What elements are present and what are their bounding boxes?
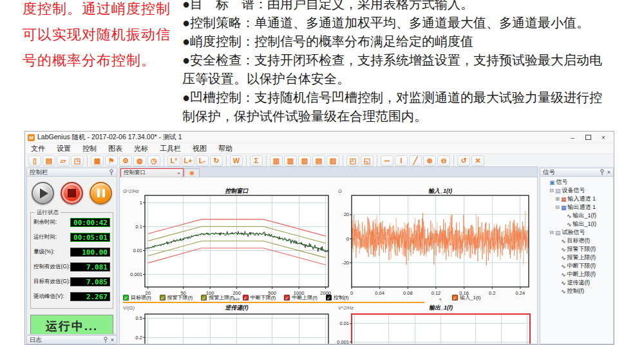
tree-item[interactable]: ⊟▤设备信号 (542, 186, 613, 195)
tab-control-window[interactable]: 控制窗口 × (120, 168, 184, 177)
tab-snapshot[interactable]: ◉ (184, 168, 200, 177)
legend-checkbox-icon[interactable]: ✓ (160, 295, 166, 301)
tree-item[interactable]: ∿中断下限(f) (542, 262, 613, 270)
tree-item[interactable]: ∿报警上限(f) (542, 253, 613, 262)
close-button[interactable]: × (596, 134, 611, 141)
y-axis-label: V^2/Hz (338, 305, 354, 311)
tree-item-label: 输出_1(t) (573, 220, 597, 228)
menu-view[interactable]: 视图 (187, 144, 213, 153)
schedule-clock-button[interactable]: ◷ (147, 155, 160, 166)
tree-item[interactable]: ∿目标谱(f) (542, 237, 613, 245)
chart-list-button[interactable]: ▤ (312, 155, 325, 166)
new-file-button[interactable]: ▯ (28, 155, 41, 166)
menu-settings[interactable]: 设置 (51, 144, 77, 153)
tree-item-label: 报警下限(f) (567, 245, 596, 253)
legend-checkbox-icon[interactable]: ✓ (123, 295, 129, 301)
legend-item[interactable]: ✓控制(f) (326, 294, 349, 301)
menu-file[interactable]: 文件 (25, 144, 51, 153)
pin-icon[interactable] (600, 169, 605, 175)
legend-checkbox-icon[interactable]: ✓ (201, 295, 207, 301)
window-cascade-button[interactable]: ◰ (346, 155, 359, 166)
level-up-button[interactable]: L+ (182, 155, 194, 166)
legend-checkbox-icon[interactable]: ✓ (326, 295, 332, 301)
tree-item[interactable]: ⊟▦输出通道 1 (542, 203, 613, 212)
print-button[interactable]: ▦ (91, 155, 104, 166)
tab-close-icon[interactable]: × (177, 170, 180, 176)
cursor-slope-button[interactable]: ╱ (409, 155, 422, 166)
titlebar: M LabGenius 随机 - 2017-02-06 17.34.00* - … (25, 132, 614, 143)
waterfall-chart-2-button[interactable]: ▥ (284, 155, 297, 166)
maximize-button[interactable] (580, 134, 596, 141)
tree-item[interactable]: ▣信号 (542, 178, 613, 186)
pin-icon[interactable] (103, 337, 108, 343)
legend-label: 中断上限(f) (292, 294, 317, 301)
level-ref-button[interactable]: L° (167, 155, 180, 166)
open-button[interactable]: ▱ (57, 155, 70, 166)
chart-input-time[interactable]: 输入_1(t)G-2002000.040.080.120.160.20.24s (336, 187, 538, 301)
tree-item[interactable]: ∿逆传递(f) (542, 279, 613, 287)
level-down-button[interactable]: L- (196, 155, 209, 166)
zoom-in-button[interactable]: ⊕ (423, 155, 436, 166)
menu-control[interactable]: 控制 (77, 144, 102, 153)
refresh-button[interactable]: ↺ (457, 155, 470, 166)
rotate-view-button[interactable]: ↻ (210, 155, 223, 166)
chart-note-button[interactable]: ▨ (327, 155, 339, 166)
legend-checkbox-icon[interactable]: ✓ (243, 295, 249, 301)
word-export-button[interactable]: W (230, 155, 243, 166)
save-button[interactable]: ▤ (43, 155, 55, 166)
tree-item[interactable]: ∿报警下限(f) (542, 245, 613, 253)
waterfall-chart-1-button[interactable]: ▥ (270, 155, 283, 166)
y-axis-label: G (338, 188, 342, 194)
legend-item[interactable]: ✓中断上限(f) (284, 294, 317, 301)
tree-item[interactable]: ∿控制(f) (542, 287, 613, 295)
cursor-horizontal-button[interactable]: I (381, 155, 393, 166)
chart-control-window[interactable]: 控制窗口G^2/Hz10.10.010.00120501002005001000… (121, 187, 336, 301)
tree-item[interactable]: ∿中断上限(f) (542, 270, 613, 279)
report-flag-button[interactable]: ⚑ (105, 155, 118, 166)
close-icon[interactable]: × (111, 337, 114, 342)
status-field-label: 控制有效值(G): (33, 263, 70, 271)
pause-button[interactable] (90, 182, 112, 204)
tree-item[interactable]: ⊞▦输入通道 1 (542, 195, 613, 203)
cursor-vertical-button[interactable]: I (395, 155, 408, 166)
tree-item[interactable]: ∿输出_1(t) (542, 220, 613, 228)
export-button[interactable]: ◳ (71, 155, 84, 166)
legend-item[interactable]: ✓报警上限(f) (201, 294, 234, 301)
chart-inverse-transfer[interactable]: 逆传递(f)V/(G)0.50.20.10.05 (121, 304, 336, 344)
tree-item[interactable]: ⊟▤试验信号 (542, 228, 613, 237)
pin-icon[interactable] (109, 169, 114, 175)
web-button[interactable]: ◍ (133, 155, 146, 166)
signal-dock: 信号 × ▣信号⊟▤设备信号⊞▦输入通道 1⊟▦输出通道 1∿输出_1(f)∿输… (540, 168, 614, 344)
svg-text:0.5: 0.5 (136, 315, 142, 321)
menu-chart[interactable]: 图表 (102, 144, 128, 153)
stop-button[interactable] (61, 182, 83, 204)
legend-checkbox-icon[interactable]: ✓ (452, 295, 458, 301)
settings-gear-button[interactable]: ⚙ (119, 155, 132, 166)
tree-item[interactable]: ∿输出_1(f) (542, 212, 613, 220)
word-export-icon: W (233, 156, 240, 166)
menu-cursor[interactable]: 光标 (128, 144, 154, 153)
tree-expander-icon[interactable]: ⊟ (549, 188, 554, 193)
legend-item[interactable]: ✓目标谱(f) (123, 294, 151, 301)
run-status-label: 运行状态 (35, 209, 61, 217)
legend-item[interactable]: ✓报警下限(f) (160, 294, 193, 301)
tree-expander-icon[interactable]: ⊞ (554, 196, 560, 202)
fit-window-button[interactable]: ✕ (471, 155, 484, 166)
window-tile-button[interactable]: ◱ (361, 155, 374, 166)
tree-expander-icon[interactable]: ⊟ (554, 204, 560, 210)
legend-item[interactable]: ✓中断下限(f) (243, 294, 276, 301)
tree-expander-icon[interactable]: ⊟ (549, 230, 554, 235)
close-icon[interactable]: × (607, 170, 611, 175)
legend-checkbox-icon[interactable]: ✓ (284, 295, 290, 301)
tree-item-label: 中断下限(f) (567, 262, 596, 270)
minimize-button[interactable]: – (565, 134, 580, 141)
sum-analysis-button[interactable]: Σ (250, 155, 263, 166)
legend-item[interactable]: ✓输入_1(t) (452, 294, 480, 301)
menu-help[interactable]: 帮助 (213, 144, 238, 153)
chart-list-icon: ▤ (316, 156, 322, 166)
chart-output-spectrum[interactable]: 输出_1(f)V^2/Hz0.010.0010.0001 (336, 304, 538, 344)
waterfall-chart-3-button[interactable]: ▥ (298, 155, 311, 166)
menu-toolbars[interactable]: 工具栏 (154, 144, 187, 153)
zoom-out-button[interactable]: ⊖ (437, 155, 450, 166)
start-button[interactable] (32, 182, 54, 204)
